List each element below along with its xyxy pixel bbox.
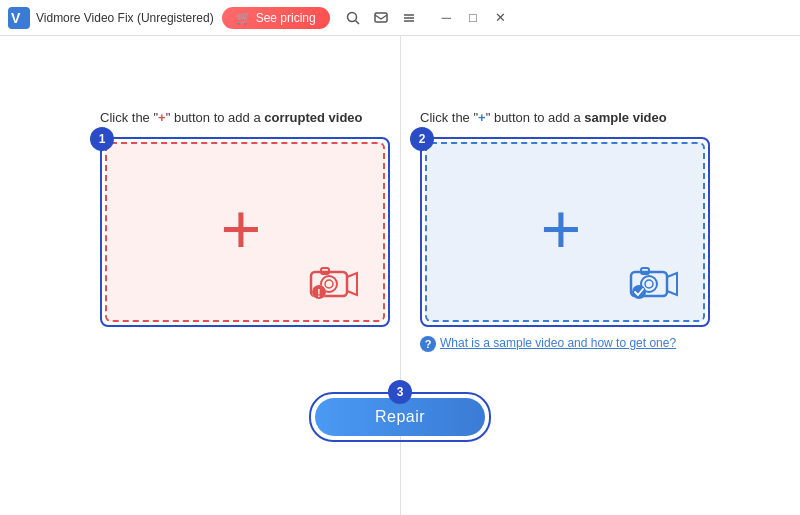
svg-rect-4 bbox=[375, 13, 387, 22]
cart-icon: 🛒 bbox=[236, 11, 251, 25]
left-plus-char: + bbox=[158, 110, 166, 125]
svg-text:V: V bbox=[11, 10, 21, 26]
right-panel-hint: ? What is a sample video and how to get … bbox=[420, 335, 676, 352]
menu-button[interactable] bbox=[396, 7, 422, 29]
hint-question-icon: ? bbox=[420, 336, 436, 352]
maximize-button[interactable]: □ bbox=[461, 6, 485, 29]
svg-point-19 bbox=[632, 285, 646, 299]
pricing-label: See pricing bbox=[256, 11, 316, 25]
left-camera-icon: ! bbox=[307, 260, 359, 300]
left-panel-label: Click the "+" button to add a corrupted … bbox=[100, 109, 363, 127]
right-badge: 2 bbox=[410, 127, 434, 151]
right-panel-label: Click the "+" button to add a sample vid… bbox=[420, 109, 667, 127]
svg-point-10 bbox=[325, 280, 333, 288]
left-drop-zone[interactable]: + ! bbox=[105, 142, 385, 322]
titlebar: V Vidmore Video Fix (Unregistered) 🛒 See… bbox=[0, 0, 800, 36]
right-camera-icon bbox=[627, 260, 679, 300]
left-plus-icon: + bbox=[220, 194, 261, 264]
message-button[interactable] bbox=[368, 7, 394, 29]
svg-point-17 bbox=[645, 280, 653, 288]
minimize-button[interactable]: ─ bbox=[434, 6, 459, 29]
app-logo: V Vidmore Video Fix (Unregistered) bbox=[8, 7, 214, 29]
svg-point-2 bbox=[347, 12, 356, 21]
message-icon bbox=[374, 11, 388, 25]
right-plus-char: + bbox=[478, 110, 486, 125]
main-content: Click the "+" button to add a corrupted … bbox=[0, 36, 800, 515]
menu-icon bbox=[402, 11, 416, 25]
left-drop-zone-wrapper: 1 + bbox=[100, 137, 390, 327]
logo-icon: V bbox=[8, 7, 30, 29]
right-plus-icon: + bbox=[540, 194, 581, 264]
hint-link[interactable]: What is a sample video and how to get on… bbox=[440, 335, 676, 352]
repair-badge: 3 bbox=[388, 380, 412, 404]
repair-section: 3 Repair bbox=[309, 392, 491, 442]
search-icon bbox=[346, 11, 360, 25]
repair-button-wrapper: 3 Repair bbox=[309, 392, 491, 442]
right-drop-zone-wrapper: 2 + bbox=[420, 137, 710, 327]
svg-line-3 bbox=[355, 20, 359, 24]
see-pricing-button[interactable]: 🛒 See pricing bbox=[222, 7, 330, 29]
close-button[interactable]: ✕ bbox=[487, 6, 514, 29]
right-panel: Click the "+" button to add a sample vid… bbox=[420, 109, 700, 352]
left-panel: Click the "+" button to add a corrupted … bbox=[100, 109, 380, 327]
titlebar-controls: ─ □ ✕ bbox=[340, 6, 514, 29]
right-drop-zone[interactable]: + bbox=[425, 142, 705, 322]
left-badge: 1 bbox=[90, 127, 114, 151]
vertical-divider bbox=[400, 36, 401, 515]
app-title: Vidmore Video Fix (Unregistered) bbox=[36, 11, 214, 25]
svg-text:!: ! bbox=[317, 288, 320, 299]
search-button[interactable] bbox=[340, 7, 366, 29]
